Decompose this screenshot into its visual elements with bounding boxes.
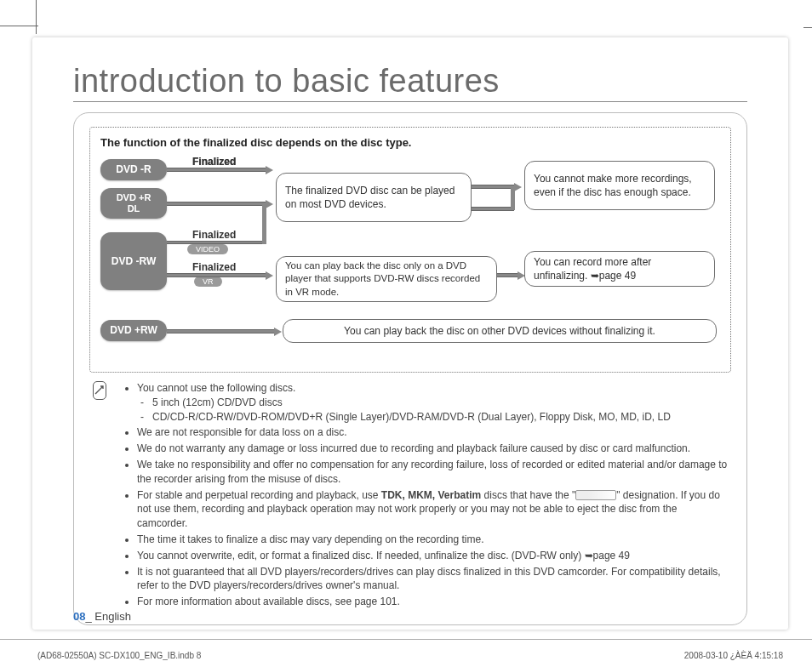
pill-dvd-r-dl: DVD +R DL	[100, 188, 167, 219]
disc-diagram: DVD -R DVD +R DL DVD -RW DVD +RW Finaliz…	[100, 156, 720, 360]
panel-heading: The function of the finalized disc depen…	[100, 136, 720, 149]
footer-left: (AD68-02550A) SC-DX100_ENG_IB.indb 8	[37, 651, 201, 660]
pill-dvd-plus-rw: DVD +RW	[100, 320, 167, 341]
notes-list: You cannot use the following discs. - 5 …	[122, 381, 728, 611]
label-finalized-2: Finalized	[192, 156, 236, 168]
box-no-more-record: You cannot make more recordings, even if…	[524, 161, 715, 210]
page-title: introduction to basic features	[73, 63, 747, 102]
label-finalized-4: Finalized	[192, 261, 236, 273]
mini-pill-video: VIDEO	[187, 244, 228, 254]
box-plusrw: You can play back the disc on other DVD …	[283, 319, 717, 343]
note-item: We take no responsibility and offer no c…	[137, 458, 728, 487]
page-number: 08_ English	[73, 610, 131, 623]
notes-section: You cannot use the following discs. - 5 …	[89, 381, 731, 611]
dvd-camera-logo-icon	[575, 490, 616, 500]
note-item: You cannot overwrite, edit, or format a …	[137, 549, 728, 563]
feature-panel: The function of the finalized disc depen…	[73, 112, 747, 625]
mini-pill-vr: VR	[194, 276, 222, 287]
pill-dvd-r: DVD -R	[100, 159, 167, 180]
footer-right: 2008-03-10 ¿ÀÈÄ 4:15:18	[684, 651, 783, 660]
label-finalized-3: Finalized	[192, 229, 236, 241]
box-vr-play: You can play back the disc only on a DVD…	[276, 256, 497, 302]
box-finalized-play: The finalized DVD disc can be played on …	[276, 173, 472, 222]
dotted-container: The function of the finalized disc depen…	[89, 127, 731, 373]
note-item: We do not warranty any damage or loss in…	[137, 442, 728, 456]
page-container: introduction to basic features The funct…	[32, 37, 788, 630]
note-item: For more information about available dis…	[137, 595, 728, 609]
note-item: It is not guaranteed that all DVD player…	[137, 565, 728, 594]
note-icon	[93, 381, 106, 400]
doc-footer: (AD68-02550A) SC-DX100_ENG_IB.indb 8 200…	[32, 651, 788, 660]
pill-dvd-rw: DVD -RW	[100, 232, 167, 290]
note-item: You cannot use the following discs. - 5 …	[137, 381, 728, 424]
note-item: The time it takes to finalize a disc may…	[137, 533, 728, 547]
note-item: We are not responsible for data loss on …	[137, 425, 728, 440]
note-item: For stable and perpetual recording and p…	[137, 488, 728, 531]
box-record-after-unfinal: You can record more after unfinalizing. …	[524, 251, 715, 287]
